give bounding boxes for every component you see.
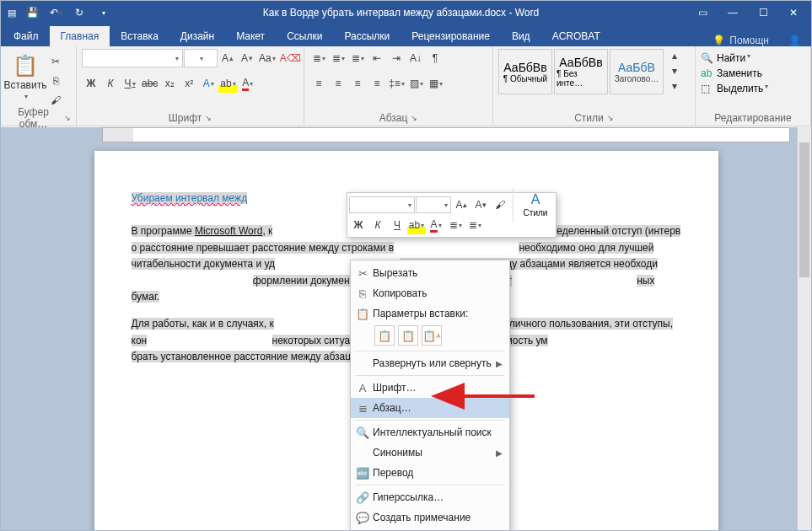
minimize-button[interactable]: — — [718, 1, 747, 24]
cut-button[interactable]: ✂ — [46, 52, 65, 71]
menu-translate[interactable]: 🔤Перевод — [351, 463, 509, 483]
borders-button[interactable]: ▦▾ — [427, 74, 445, 93]
mini-shrink-font[interactable]: A▾ — [471, 196, 490, 214]
bullets-button[interactable]: ≣▾ — [309, 49, 328, 67]
tab-acrobat[interactable]: ACROBAT — [541, 26, 611, 46]
tab-design[interactable]: Дизайн — [169, 26, 225, 46]
show-marks[interactable]: ¶ — [426, 49, 444, 67]
mini-numbering[interactable]: ≣▾ — [465, 216, 484, 234]
underline-button[interactable]: Ч▾ — [121, 74, 139, 93]
subscript-button[interactable]: x₂ — [160, 74, 179, 93]
italic-button[interactable]: К — [101, 74, 120, 93]
align-right[interactable]: ≡ — [348, 74, 367, 93]
format-painter[interactable]: 🖌 — [46, 91, 65, 110]
dialog-launcher-icon[interactable]: ↘ — [607, 114, 614, 122]
menu-synonyms[interactable]: Синонимы▶ — [351, 442, 509, 463]
menu-hyperlink[interactable]: 🔗Гиперссылка… — [351, 487, 509, 507]
shrink-font[interactable]: A▾ — [238, 49, 256, 67]
style-heading1[interactable]: АаБбВ Заголово… — [610, 49, 664, 94]
mini-font-size[interactable]: ▾ — [416, 196, 451, 213]
multilevel-button[interactable]: ≣▾ — [348, 49, 367, 67]
save-button[interactable]: 💾 — [21, 2, 43, 24]
mini-underline[interactable]: Ч — [388, 216, 406, 234]
highlight-color[interactable]: ab▾ — [218, 74, 237, 93]
callout-arrow — [454, 388, 539, 407]
menu-copy[interactable]: ⎘Копировать — [351, 283, 509, 303]
dialog-launcher-icon[interactable]: ↘ — [64, 114, 71, 122]
sort-button[interactable]: A↓ — [406, 49, 425, 67]
increase-indent[interactable]: ⇥ — [387, 49, 406, 67]
decrease-indent[interactable]: ⇤ — [368, 49, 386, 67]
submenu-arrow-icon: ▶ — [496, 448, 503, 458]
vertical-scrollbar[interactable] — [797, 127, 811, 530]
align-center[interactable]: ≡ — [329, 74, 347, 93]
menu-expand-collapse[interactable]: Развернуть или свернуть▶ — [351, 353, 509, 373]
ribbon-display-options[interactable]: ▭ — [688, 1, 717, 24]
style-normal[interactable]: АаБбВв ¶ Обычный — [498, 49, 552, 94]
align-left[interactable]: ≡ — [309, 74, 328, 93]
paste-text-only[interactable]: 📋A — [422, 325, 442, 346]
horizontal-ruler[interactable] — [102, 127, 790, 142]
window-title: Как в Ворде убрать интервал между абзаца… — [114, 7, 688, 19]
paste-merge[interactable]: 📋 — [398, 325, 418, 346]
font-family-combo[interactable]: ▾ — [82, 49, 183, 67]
menu-smart-lookup[interactable]: 🔍Интеллектуальный поиск — [351, 422, 509, 442]
bold-button[interactable]: Ж — [82, 74, 100, 93]
qa-customize[interactable]: ▾ — [92, 2, 114, 24]
dialog-launcher-icon[interactable]: ↘ — [411, 114, 417, 122]
tab-mailings[interactable]: Рассылки — [333, 26, 401, 46]
mini-bullets[interactable]: ≣▾ — [446, 216, 465, 234]
tab-home[interactable]: Главная — [50, 26, 110, 46]
scroll-thumb[interactable] — [799, 142, 809, 277]
mini-font-color[interactable]: A▾ — [427, 216, 445, 234]
tab-review[interactable]: Рецензирование — [401, 26, 501, 46]
grow-font[interactable]: A▴ — [218, 49, 237, 67]
dialog-launcher-icon[interactable]: ↘ — [205, 114, 212, 122]
menu-comment[interactable]: 💬Создать примечание — [351, 507, 509, 528]
justify[interactable]: ≡ — [368, 74, 386, 93]
scissors-icon: ✂ — [354, 267, 371, 280]
tab-view[interactable]: Вид — [501, 26, 541, 46]
share-button[interactable]: 👤 — [777, 35, 811, 46]
find-button[interactable]: 🔍Найти▾ — [701, 52, 750, 64]
mini-italic[interactable]: К — [368, 216, 387, 234]
change-case[interactable]: Aa▾ — [257, 49, 277, 67]
mini-grow-font[interactable]: A▴ — [452, 196, 471, 214]
menu-cut[interactable]: ✂Вырезать — [351, 263, 509, 283]
tab-insert[interactable]: Вставка — [110, 26, 169, 46]
redo-button[interactable]: ↻ — [68, 2, 90, 24]
paste-keep-source[interactable]: 📋 — [374, 325, 395, 346]
tab-file[interactable]: Файл — [3, 26, 50, 46]
close-button[interactable]: ✕ — [779, 1, 808, 24]
undo-button[interactable]: ↶▾ — [45, 2, 67, 24]
line-spacing[interactable]: ‡≡▾ — [387, 74, 406, 93]
style-no-spacing[interactable]: АаБбВв ¶ Без инте… — [554, 49, 608, 94]
tab-layout[interactable]: Макет — [225, 26, 276, 46]
replace-button[interactable]: abЗаменить — [701, 67, 762, 79]
font-size-combo[interactable]: ▾ — [184, 49, 218, 67]
ribbon-tabs: Файл Главная Вставка Дизайн Макет Ссылки… — [1, 24, 811, 46]
superscript-button[interactable]: x² — [180, 74, 198, 93]
mini-toolbar: ▾ ▾ A▴ A▾ 🖌 A Стили Ж К Ч ab▾ A▾ ≣▾ ≣▾ — [347, 192, 557, 238]
tab-references[interactable]: Ссылки — [276, 26, 333, 46]
clear-format[interactable]: A⌫ — [278, 49, 303, 67]
mini-styles[interactable]: A Стили — [517, 192, 554, 217]
font-color[interactable]: A▾ — [239, 74, 257, 93]
mini-bold[interactable]: Ж — [349, 216, 368, 234]
maximize-button[interactable]: ☐ — [749, 1, 777, 24]
paragraph-icon: ≣ — [354, 402, 371, 415]
copy-button[interactable]: ⎘ — [46, 72, 65, 90]
text-effects[interactable]: A▾ — [199, 74, 218, 93]
select-button[interactable]: ⬚Выделить▾ — [701, 83, 768, 94]
search-icon: 🔍 — [354, 426, 371, 439]
mini-font-family[interactable]: ▾ — [349, 196, 415, 213]
comment-icon: 💬 — [354, 512, 371, 524]
strike-button[interactable]: abc — [140, 74, 159, 93]
mini-highlight[interactable]: ab▾ — [407, 216, 426, 234]
shading[interactable]: ▨▾ — [407, 74, 426, 93]
tell-me[interactable]: 💡Помощн — [704, 35, 777, 46]
styles-more[interactable]: ▴ ▾ ▾ — [665, 49, 684, 93]
paste-button[interactable]: 📋 Вставить ▾ — [6, 49, 45, 105]
mini-format-painter[interactable]: 🖌 — [491, 196, 509, 214]
numbering-button[interactable]: ≣▾ — [329, 49, 347, 67]
